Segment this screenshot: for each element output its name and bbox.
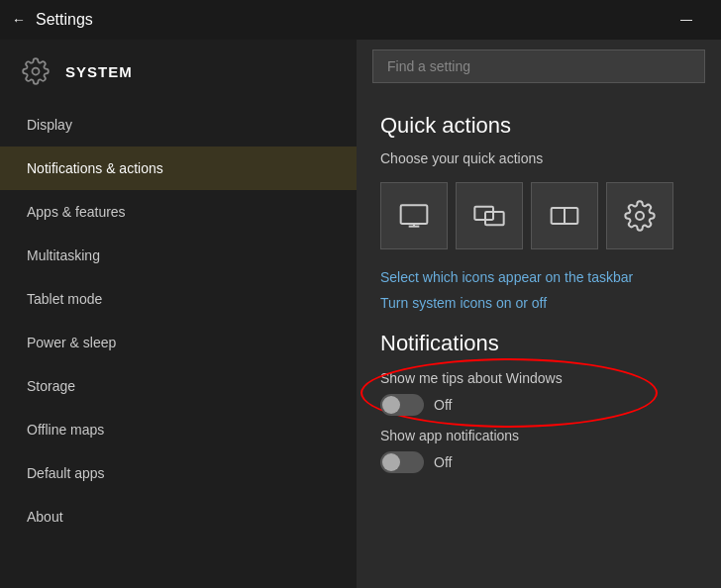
notifications-title: Notifications xyxy=(380,331,697,356)
sidebar: SYSTEM Display Notifications & actions A… xyxy=(0,40,357,588)
sidebar-item-tablet[interactable]: Tablet mode xyxy=(0,277,357,321)
circle-annotation xyxy=(360,358,658,428)
app-notifications-toggle-label: Show app notifications xyxy=(380,428,697,443)
svg-point-0 xyxy=(33,68,40,75)
taskbar-icons-link[interactable]: Select which icons appear on the taskbar xyxy=(380,269,697,285)
tips-toggle-switch[interactable] xyxy=(380,394,424,416)
sidebar-item-about[interactable]: About xyxy=(0,495,357,539)
system-title: SYSTEM xyxy=(65,63,133,80)
content-body: Quick actions Choose your quick actions xyxy=(357,93,721,588)
system-icon xyxy=(20,55,52,87)
sidebar-item-display[interactable]: Display xyxy=(0,103,357,147)
content-panel: Quick actions Choose your quick actions xyxy=(357,40,721,588)
system-icons-link[interactable]: Turn system icons on or off xyxy=(380,295,697,311)
app-notifications-toggle-control: Off xyxy=(380,451,697,473)
window-controls: — xyxy=(664,5,709,35)
minimize-button[interactable]: — xyxy=(664,5,709,35)
sidebar-item-apps[interactable]: Apps & features xyxy=(0,190,357,234)
tips-toggle-status: Off xyxy=(434,397,452,413)
app-notifications-toggle-knob xyxy=(382,453,400,471)
system-header: SYSTEM xyxy=(0,40,357,103)
tips-toggle-label: Show me tips about Windows xyxy=(380,370,697,386)
app-title: Settings xyxy=(36,11,93,29)
main-layout: SYSTEM Display Notifications & actions A… xyxy=(0,40,721,588)
back-button[interactable]: ← xyxy=(12,12,26,28)
quick-action-3[interactable] xyxy=(531,182,598,249)
app-notifications-toggle-row: Show app notifications Off xyxy=(380,428,697,473)
tips-toggle-control: Off xyxy=(380,394,697,416)
sidebar-item-default[interactable]: Default apps xyxy=(0,451,357,495)
search-input[interactable] xyxy=(372,49,705,83)
sidebar-item-storage[interactable]: Storage xyxy=(0,364,357,408)
app-notifications-toggle-status: Off xyxy=(434,454,452,470)
svg-rect-5 xyxy=(485,212,504,225)
quick-action-4[interactable] xyxy=(606,182,673,249)
quick-action-2[interactable] xyxy=(456,182,523,249)
quick-actions-grid xyxy=(380,182,697,249)
search-container xyxy=(357,40,721,93)
quick-action-1[interactable] xyxy=(380,182,448,249)
sidebar-item-multitasking[interactable]: Multitasking xyxy=(0,234,357,277)
app-notifications-toggle-switch[interactable] xyxy=(380,451,424,473)
quick-actions-title: Quick actions xyxy=(380,113,697,139)
title-bar: ← Settings — xyxy=(0,0,721,40)
notifications-section: Notifications Show me tips about Windows… xyxy=(380,331,697,473)
sidebar-item-notifications[interactable]: Notifications & actions xyxy=(0,147,357,190)
sidebar-item-offline[interactable]: Offline maps xyxy=(0,408,357,451)
choose-quick-actions-label: Choose your quick actions xyxy=(380,150,697,166)
svg-rect-1 xyxy=(401,205,428,224)
tips-toggle-row: Show me tips about Windows Off xyxy=(380,370,697,416)
svg-rect-4 xyxy=(474,207,493,220)
svg-point-8 xyxy=(636,212,644,220)
tips-toggle-knob xyxy=(382,396,400,414)
sidebar-item-power[interactable]: Power & sleep xyxy=(0,321,357,364)
